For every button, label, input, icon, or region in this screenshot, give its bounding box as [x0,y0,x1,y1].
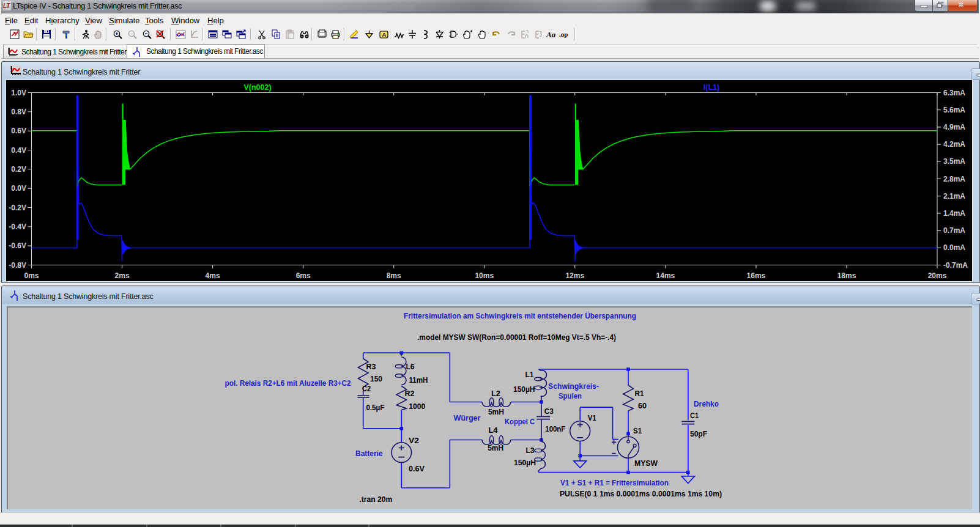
svg-text:Drehko: Drehko [694,399,719,408]
svg-text:Batterie: Batterie [355,449,383,458]
svg-text:150: 150 [370,374,382,383]
svg-text:I(L1): I(L1) [703,83,719,92]
svg-text:.model MYSW SW(Ron=0.00001 Rof: .model MYSW SW(Ron=0.00001 Roff=10Meg Vt… [417,333,616,342]
svg-text:.tran 20m: .tran 20m [359,495,392,504]
svg-text:8ms: 8ms [387,271,401,280]
svg-text:100nF: 100nF [545,424,565,433]
svg-text:C3: C3 [544,407,554,416]
svg-text:0.6V: 0.6V [11,127,26,135]
svg-text:R3: R3 [366,362,376,371]
svg-text:V1 + S1 + R1 = Frittersimulati: V1 + S1 + R1 = Frittersimulation [560,478,669,487]
svg-text:0.0V: 0.0V [11,184,26,193]
svg-text:LT: LT [3,2,10,9]
svg-text:-0.8V: -0.8V [9,261,26,270]
svg-text:L2: L2 [491,389,500,398]
svg-text:Würger: Würger [454,413,481,422]
svg-text:1.0V: 1.0V [11,89,26,97]
svg-text:2ms: 2ms [115,271,130,280]
svg-text:0.6V: 0.6V [409,464,425,473]
svg-text:10ms: 10ms [475,271,494,280]
svg-text:50pF: 50pF [690,429,707,438]
svg-text:A: A [382,31,387,38]
svg-text:-0.6V: -0.6V [9,241,26,250]
svg-text:0.4V: 0.4V [11,146,26,155]
svg-text:R1: R1 [635,389,644,398]
svg-text:PULSE(0 1 1ms 0.0001ms 0.0001m: PULSE(0 1 1ms 0.0001ms 0.0001ms 1ms 10m) [560,489,722,498]
svg-text:3.5mA: 3.5mA [943,157,965,166]
svg-text:C1: C1 [690,411,699,420]
svg-text:.op: .op [559,31,568,38]
svg-text:5.6mA: 5.6mA [943,106,965,114]
svg-text:Aa: Aa [546,30,556,39]
svg-text:60: 60 [638,401,647,410]
svg-text:2.1mA: 2.1mA [943,192,965,201]
svg-text:0.7mA: 0.7mA [943,226,965,235]
svg-text:pol. Relais R2+L6 mit Aluzelle: pol. Relais R2+L6 mit Aluzelle R3+C2 [225,378,351,388]
svg-text:150µH: 150µH [513,385,535,394]
svg-text:C2: C2 [362,384,371,393]
svg-text:4.9mA: 4.9mA [943,123,965,131]
svg-text:5mH: 5mH [488,443,503,452]
svg-text:5mH: 5mH [488,407,504,416]
svg-text:12ms: 12ms [565,271,584,280]
svg-text:Spulen: Spulen [559,391,582,400]
svg-text:V2: V2 [409,436,419,445]
svg-text:6ms: 6ms [296,271,311,280]
svg-text:L3: L3 [526,446,535,455]
svg-text:V1: V1 [588,413,596,422]
svg-text:4ms: 4ms [206,271,220,280]
svg-text:-0.4V: -0.4V [9,223,26,231]
svg-text:150µH: 150µH [514,458,536,467]
svg-text:1.4mA: 1.4mA [943,209,965,218]
svg-text:0.2V: 0.2V [11,165,26,174]
svg-text:6.3mA: 6.3mA [943,89,965,97]
svg-text:S1: S1 [633,426,642,435]
svg-text:Frittersimulation am Schwingkr: Frittersimulation am Schwingkreis mit en… [404,311,636,320]
svg-text:11mH: 11mH [409,375,428,385]
svg-text:Schwingkreis-: Schwingkreis- [548,381,599,391]
svg-text:1000: 1000 [409,402,425,411]
svg-text:R2: R2 [405,389,415,398]
svg-text:4.2mA: 4.2mA [943,140,965,149]
svg-text:L1: L1 [525,370,534,379]
svg-text:Koppel C: Koppel C [505,417,535,426]
svg-text:0ms: 0ms [24,271,39,280]
svg-text:16ms: 16ms [747,271,766,280]
svg-text:V(n002): V(n002) [243,83,271,92]
svg-text:2.8mA: 2.8mA [943,175,965,183]
svg-text:-0.7mA: -0.7mA [943,261,968,270]
svg-text:0.0mA: 0.0mA [943,243,965,252]
svg-text:18ms: 18ms [837,271,856,280]
svg-text:L4: L4 [489,426,498,435]
svg-text:0.5µF: 0.5µF [366,403,384,412]
svg-text:0.8V: 0.8V [11,108,26,116]
svg-text:-0.2V: -0.2V [9,204,26,212]
svg-text:L6: L6 [406,362,415,371]
svg-text:20ms: 20ms [928,271,947,280]
svg-text:14ms: 14ms [656,271,675,280]
svg-text:MYSW: MYSW [634,459,658,468]
